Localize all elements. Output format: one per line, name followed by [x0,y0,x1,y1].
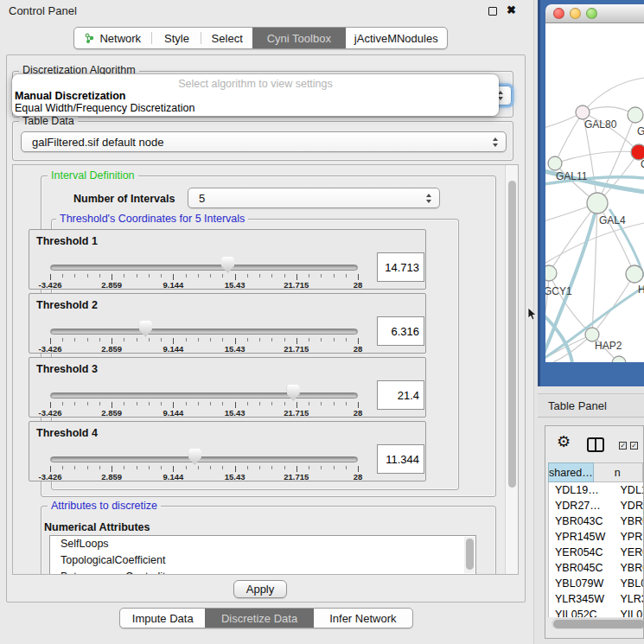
algorithm-option-equal-width[interactable]: Equal Width/Frequency Discretization [15,102,194,114]
float-window-icon[interactable] [488,7,497,16]
cell-name[interactable]: YER0 [614,546,644,558]
network-node-label: H [638,284,644,296]
attributes-group-label: Attributes to discretize [48,500,161,512]
slider-handle[interactable] [287,385,300,401]
network-node-ga[interactable] [628,107,643,123]
combo-arrows-icon [426,194,431,203]
tab-discretize-data[interactable]: Discretize Data [205,609,313,628]
threshold-value-field[interactable]: 11.344 [377,444,424,474]
apply-button[interactable]: Apply [233,580,287,598]
cell-shared-name[interactable]: YDR27… [549,500,614,512]
table-row[interactable]: YBR045CYBR0 [549,560,644,576]
list-scrollbar-thumb[interactable] [466,539,474,570]
network-edge[interactable] [545,273,549,346]
horizontal-scrollbar[interactable] [552,618,644,629]
table-row[interactable]: YER054CYER0 [549,545,644,560]
network-node[interactable] [612,356,626,362]
table-row[interactable]: YLR345WYLR3 [549,591,644,607]
slider-tick-labels: -3.4262.8599.14415.4321.71528 [50,408,358,418]
network-window-titlebar[interactable] [545,4,644,23]
tab-cyni-toolbox[interactable]: Cyni Toolbox [252,28,346,48]
network-edge[interactable] [555,112,583,163]
attribute-list-item[interactable]: TopologicalCoefficient [50,552,475,569]
threshold-value-field[interactable]: 14.713 [377,252,424,282]
tab-style[interactable]: Style [152,28,202,48]
cell-name[interactable]: YPR1 [614,531,644,543]
slider-handle[interactable] [221,257,234,273]
table-row[interactable]: YPR145WYPR1 [549,529,644,545]
cell-shared-name[interactable]: YPR145W [549,531,614,543]
panel-scrollbar-thumb[interactable] [508,181,516,488]
panel-scrollbar[interactable] [505,165,518,574]
cell-name[interactable]: YDL1 [614,484,644,496]
numerical-attributes-list[interactable]: SelfLoopsTopologicalCoefficientBetweenne… [49,535,476,575]
network-edge[interactable] [555,151,639,163]
threshold-value-field[interactable]: 21.4 [377,380,424,410]
slider-track[interactable] [50,392,358,399]
cell-shared-name[interactable]: YBL079W [549,577,614,590]
table-row[interactable]: YIL052CYIL0 [549,607,644,617]
attribute-list-item[interactable]: BetweennessCentrality [50,569,475,575]
columns-icon[interactable] [587,437,604,452]
network-node-gal11[interactable] [548,156,562,170]
minimize-traffic-light-icon[interactable] [570,8,581,19]
column-header-shared-name[interactable]: shared… [548,462,594,482]
checkbox-icon[interactable]: ✓ [619,442,627,450]
slider-handle[interactable] [188,449,201,465]
cell-shared-name[interactable]: YBR043C [549,515,614,527]
tab-infer-network[interactable]: Infer Network [314,609,412,628]
tab-network[interactable]: Network [74,28,152,48]
algorithm-placeholder-option[interactable]: Select algorithm to view settings [12,78,499,90]
cell-name[interactable]: YDR2 [614,500,644,512]
table-row[interactable]: YDL19…YDL1 [549,482,644,498]
screenshot-root: Control Panel ✖ Network Style [0,0,644,644]
close-traffic-light-icon[interactable] [553,8,564,19]
network-node-gal80[interactable] [576,105,590,119]
cell-name[interactable]: YBL0 [614,577,644,590]
list-scrollbar[interactable] [464,537,475,573]
slider-track[interactable] [50,265,358,271]
zoom-traffic-light-icon[interactable] [586,8,597,19]
cell-name[interactable]: YLR3 [614,593,644,605]
cell-name[interactable]: YBR0 [614,515,644,527]
cell-name[interactable]: YBR0 [614,562,644,574]
slider-track[interactable] [50,328,358,335]
table-row[interactable]: YBR043CYBR0 [549,513,644,529]
threshold-value-field[interactable]: 6.316 [377,316,424,346]
network-node-gcy1[interactable] [545,265,557,281]
table-panel-title: Table Panel [538,399,607,412]
cell-shared-name[interactable]: YLR345W [549,593,614,605]
attribute-list-item[interactable]: SelfLoops [50,536,475,552]
slider-handle[interactable] [139,321,152,337]
tab-impute-data[interactable]: Impute Data [120,609,205,628]
cell-shared-name[interactable]: YBR045C [549,562,614,574]
slider-track[interactable] [50,456,358,462]
table-row[interactable]: YDR27…YDR2 [549,498,644,513]
network-node-h[interactable] [626,265,643,283]
checkbox-icon[interactable]: ✓ [630,442,638,450]
cell-shared-name[interactable]: YIL052C [549,609,614,617]
cell-shared-name[interactable]: YER054C [549,546,614,558]
combo-arrows-icon [493,137,498,147]
settings-scroll-panel: Interval Definition Number of Intervals … [12,164,519,575]
network-node-label: GA [637,125,644,137]
network-canvas[interactable]: GAL80GACGAL11GAL4GCY1HHAP2 [545,23,644,362]
cell-shared-name[interactable]: YDL19… [549,484,614,496]
network-edge[interactable] [549,203,597,273]
algorithm-option-manual[interactable]: Manual Discretization [15,90,126,102]
table-row[interactable]: YBL079WYBL0 [549,576,644,591]
network-node-label: GAL11 [556,170,588,182]
tab-select[interactable]: Select [201,28,252,48]
tab-jactivemnodules[interactable]: jActiveMNodules [346,28,447,48]
column-header-name[interactable]: n [594,462,643,482]
network-node-gal4[interactable] [587,193,608,214]
network-node-label: HAP2 [595,340,622,352]
network-edge[interactable] [592,274,634,335]
table-data-combobox[interactable]: galFiltered.sif default node [21,131,507,152]
gear-icon[interactable]: ⚙ [557,434,571,450]
cell-name[interactable]: YIL0 [614,609,644,617]
network-node-label: GAL80 [584,118,617,131]
number-of-intervals-combobox[interactable]: 5 [188,188,440,208]
horizontal-scrollbar-thumb[interactable] [553,620,644,628]
close-icon[interactable]: ✖ [507,3,516,16]
